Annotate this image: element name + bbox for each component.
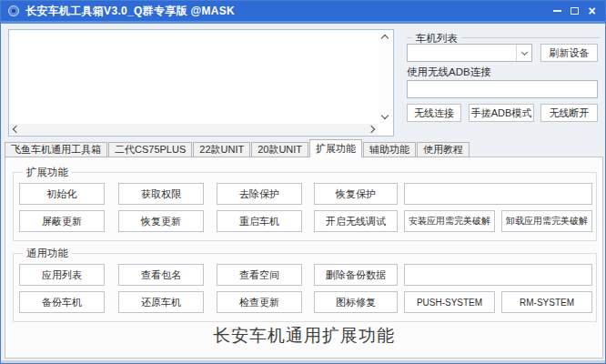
horizontal-scrollbar[interactable] [10, 124, 378, 135]
chevron-down-icon [520, 48, 527, 55]
restore-protection-button[interactable]: 恢复保护 [314, 183, 398, 205]
scroll-up-icon[interactable] [381, 35, 389, 42]
maximize-icon [571, 7, 579, 15]
title-bar: 长安车机工具箱V3.0_Q群专享版 @MASK × [1, 1, 605, 21]
block-updates-button[interactable]: 屏蔽更新 [19, 210, 105, 232]
install-app-crack-button[interactable]: 安装应用需完美破解 [404, 210, 495, 232]
general-group-label: 通用功能 [23, 247, 72, 260]
app-logo-circle-icon [8, 5, 19, 16]
app-window: 长安车机工具箱V3.0_Q群专享版 @MASK × 车机列表 [0, 0, 606, 364]
device-select[interactable] [407, 44, 532, 62]
page-banner-title: 长安车机通用扩展功能 [5, 324, 602, 348]
extended-group-label: 扩展功能 [23, 166, 72, 179]
extended-functions-page: 扩展功能 初始化 获取权限 去除保护 恢复保护 屏蔽更新 恢复更新 重启车机 开… [5, 157, 603, 359]
tab-22-unit[interactable]: 22款UNIT [193, 142, 250, 157]
minimize-button[interactable] [549, 3, 566, 19]
tab-cs75plus-gen2[interactable]: 二代CS75PLUS [108, 142, 192, 157]
remove-protection-button[interactable]: 去除保护 [217, 183, 302, 205]
refresh-devices-button[interactable]: 刷新设备 [540, 44, 598, 62]
check-updates-button[interactable]: 检查更新 [217, 291, 302, 313]
restore-headunit-button[interactable]: 还原车机 [118, 291, 204, 313]
close-icon: × [588, 3, 595, 19]
window-controls: × [549, 1, 601, 21]
device-list-groupbox: 车机列表 [407, 37, 600, 38]
log-content [12, 32, 377, 121]
wireless-adb-label: 使用无线ADB连接 [407, 66, 491, 79]
titlebar-accent-line [1, 21, 605, 24]
tab-20-unit[interactable]: 20款UNIT [251, 142, 308, 157]
tab-assist-functions[interactable]: 辅助功能 [363, 142, 416, 157]
tab-tutorial[interactable]: 使用教程 [417, 142, 470, 157]
rm-system-button[interactable]: RM-SYSTEM [501, 291, 592, 313]
dropdown-arrow-box[interactable] [516, 45, 531, 61]
wireless-disconnect-button[interactable]: 无线断开 [540, 104, 598, 122]
view-package-name-button[interactable]: 查看包名 [118, 264, 204, 286]
window-bottom-edge [1, 360, 605, 363]
general-group: 通用功能 应用列表 查看包名 查看空间 删除备份数据 备份车机 还原车机 检查更… [13, 253, 597, 322]
uninstall-app-crack-button[interactable]: 卸载应用需完美破解 [501, 210, 592, 232]
tab-strip: 飞鱼车机通用工具箱 二代CS75PLUS 22款UNIT 20款UNIT 扩展功… [5, 139, 470, 157]
vertical-scrollbar[interactable] [379, 31, 392, 123]
restore-updates-button[interactable]: 恢复更新 [118, 210, 204, 232]
extended-blank-button[interactable] [404, 183, 592, 205]
manual-adb-mode-button[interactable]: 手搓ADB模式 [469, 104, 534, 122]
push-system-button[interactable]: PUSH-SYSTEM [404, 291, 495, 313]
view-storage-button[interactable]: 查看空间 [217, 264, 302, 286]
reboot-headunit-button[interactable]: 重启车机 [217, 210, 302, 232]
window-title: 长安车机工具箱V3.0_Q群专享版 @MASK [25, 1, 235, 21]
wireless-connect-button[interactable]: 无线连接 [407, 104, 461, 122]
minimize-icon [553, 10, 561, 12]
extended-group: 扩展功能 初始化 获取权限 去除保护 恢复保护 屏蔽更新 恢复更新 重启车机 开… [13, 172, 597, 241]
maximize-button[interactable] [566, 3, 583, 19]
close-button[interactable]: × [583, 3, 601, 19]
scroll-right-icon[interactable] [368, 126, 375, 133]
scroll-left-icon[interactable] [13, 126, 20, 133]
tab-extended-functions[interactable]: 扩展功能 [309, 139, 362, 157]
enable-wireless-debug-button[interactable]: 开启无线调试 [314, 210, 398, 232]
log-listbox[interactable] [8, 29, 394, 136]
backup-headunit-button[interactable]: 备份车机 [19, 291, 105, 313]
wireless-adb-input[interactable] [407, 80, 598, 98]
scroll-down-icon[interactable] [381, 112, 389, 119]
get-permissions-button[interactable]: 获取权限 [118, 183, 204, 205]
tab-feiyu-toolbox[interactable]: 飞鱼车机通用工具箱 [5, 142, 107, 157]
initialize-button[interactable]: 初始化 [19, 183, 105, 205]
general-blank-button[interactable] [404, 264, 592, 286]
icon-repair-button[interactable]: 图标修复 [314, 291, 398, 313]
delete-backup-data-button[interactable]: 删除备份数据 [314, 264, 398, 286]
app-list-button[interactable]: 应用列表 [19, 264, 105, 286]
